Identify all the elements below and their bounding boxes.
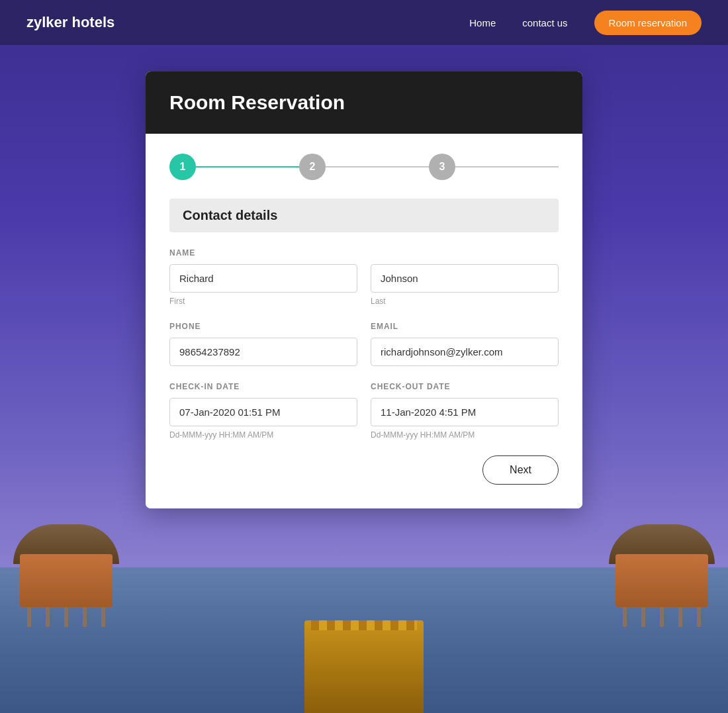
- checkout-col: CHECK-OUT DATE Dd-MMM-yyy HH:MM AM/PM: [371, 382, 559, 440]
- section-header: Contact details: [169, 199, 559, 232]
- step-1[interactable]: 1: [169, 154, 196, 180]
- bungalow-right: [615, 554, 708, 607]
- form-header: Room Reservation: [146, 71, 582, 134]
- checkin-col: CHECK-IN DATE Dd-MMM-yyy HH:MM AM/PM: [169, 382, 357, 440]
- phone-email-row: PHONE EMAIL: [169, 322, 559, 366]
- step-line-3: [455, 166, 559, 167]
- step-3[interactable]: 3: [429, 154, 455, 180]
- dock: [304, 620, 424, 713]
- checkout-sublabel: Dd-MMM-yyy HH:MM AM/PM: [371, 430, 559, 440]
- first-name-input[interactable]: [169, 264, 357, 293]
- first-name-sublabel: First: [169, 297, 357, 306]
- checkin-label: CHECK-IN DATE: [169, 382, 357, 391]
- name-row: First Last: [169, 264, 559, 306]
- first-name-col: First: [169, 264, 357, 306]
- stepper: 1 2 3: [169, 154, 559, 180]
- checkout-input[interactable]: [371, 398, 559, 426]
- step-2[interactable]: 2: [299, 154, 326, 180]
- email-label: EMAIL: [371, 322, 559, 331]
- dates-row: CHECK-IN DATE Dd-MMM-yyy HH:MM AM/PM CHE…: [169, 382, 559, 440]
- phone-label: PHONE: [169, 322, 357, 331]
- phone-email-field-group: PHONE EMAIL: [169, 322, 559, 366]
- last-name-sublabel: Last: [371, 297, 559, 306]
- email-input[interactable]: [371, 338, 559, 366]
- checkin-input[interactable]: [169, 398, 357, 426]
- nav-links: Home contact us Room reservation: [469, 11, 702, 35]
- last-name-col: Last: [371, 264, 559, 306]
- nav-home[interactable]: Home: [469, 17, 496, 28]
- nav-contact[interactable]: contact us: [522, 17, 567, 28]
- form-body: 1 2 3 Contact details NAME First: [146, 134, 582, 508]
- phone-input[interactable]: [169, 338, 357, 366]
- navbar: zylker hotels Home contact us Room reser…: [0, 0, 728, 45]
- checkin-sublabel: Dd-MMM-yyy HH:MM AM/PM: [169, 430, 357, 440]
- dates-field-group: CHECK-IN DATE Dd-MMM-yyy HH:MM AM/PM CHE…: [169, 382, 559, 440]
- next-button[interactable]: Next: [482, 455, 559, 485]
- room-reservation-button[interactable]: Room reservation: [594, 11, 702, 35]
- step-line-2: [326, 166, 429, 167]
- brand-logo: zylker hotels: [26, 14, 469, 31]
- checkout-label: CHECK-OUT DATE: [371, 382, 559, 391]
- section-label-text: Contact details: [183, 208, 277, 222]
- last-name-input[interactable]: [371, 264, 559, 293]
- step-line-1: [196, 166, 299, 167]
- form-title: Room Reservation: [169, 91, 559, 114]
- phone-col: PHONE: [169, 322, 357, 366]
- name-label: NAME: [169, 248, 559, 258]
- email-col: EMAIL: [371, 322, 559, 366]
- name-field-group: NAME First Last: [169, 248, 559, 306]
- form-card: Room Reservation 1 2 3 Contact details N…: [146, 71, 582, 508]
- button-row: Next: [169, 455, 559, 485]
- bungalow-left: [20, 554, 113, 607]
- main-content: Room Reservation 1 2 3 Contact details N…: [0, 45, 728, 508]
